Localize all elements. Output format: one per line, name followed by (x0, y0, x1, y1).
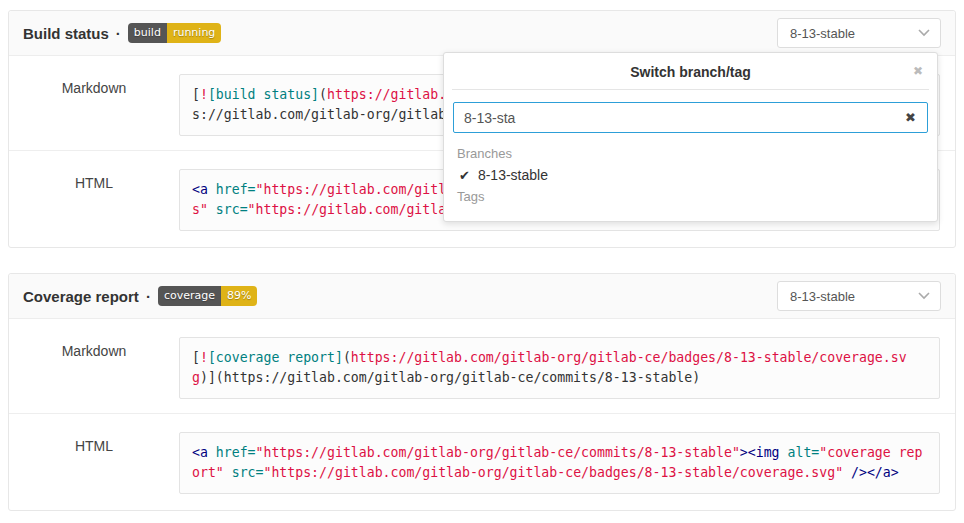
html-row: HTML <a href="https://gitlab.com/gitlab-… (9, 414, 955, 510)
coverage-report-header: Coverage report · coverage 89% 8-13-stab… (9, 274, 955, 319)
check-icon: ✔ (459, 168, 470, 183)
badge-label: build (128, 23, 167, 43)
panel-title: Coverage report (23, 288, 139, 305)
branch-item-8-13-stable[interactable]: ✔ 8-13-stable (444, 164, 937, 186)
branch-selector-label: 8-13-stable (790, 289, 855, 304)
coverage-report-panel: Coverage report · coverage 89% 8-13-stab… (8, 273, 956, 511)
row-label: HTML (9, 414, 179, 510)
markdown-code-block: [![coverage report](https://gitlab.com/g… (179, 337, 940, 399)
chevron-down-icon (918, 292, 930, 300)
badge-label: coverage (158, 286, 221, 306)
branches-section-header: Branches (444, 143, 937, 164)
row-label: Markdown (9, 319, 179, 413)
branch-selector-button[interactable]: 8-13-stable (777, 281, 941, 311)
clear-search-icon[interactable]: ✖ (905, 110, 916, 125)
close-icon[interactable]: ✖ (913, 64, 923, 78)
build-status-header: Build status · build running 8-13-stable (9, 11, 955, 56)
branch-item-label: 8-13-stable (478, 167, 548, 183)
coverage-report-title-group: Coverage report · coverage 89% (23, 286, 257, 306)
branch-search-input[interactable] (453, 102, 928, 133)
build-status-title-group: Build status · build running (23, 23, 221, 43)
badge-value: 89% (221, 286, 257, 306)
row-label: HTML (9, 151, 179, 247)
branch-search: ✖ (444, 90, 937, 141)
html-code-block: <a href="https://gitlab.com/gitlab-org/g… (179, 432, 940, 494)
markdown-row: Markdown [![coverage report](https://git… (9, 319, 955, 414)
branch-selector-button[interactable]: 8-13-stable (777, 18, 941, 48)
title-separator: · (116, 25, 121, 42)
build-status-badge: build running (128, 23, 222, 43)
panel-title: Build status (23, 25, 109, 42)
branch-tag-list: Branches ✔ 8-13-stable Tags (444, 141, 937, 221)
coverage-badge: coverage 89% (158, 286, 258, 306)
row-label: Markdown (9, 56, 179, 150)
chevron-down-icon (918, 29, 930, 37)
title-separator: · (146, 288, 151, 305)
project-badges-page: Build status · build running 8-13-stable… (0, 0, 964, 523)
badge-value: running (167, 23, 221, 43)
popup-title: Switch branch/tag (630, 64, 751, 80)
tags-section-header: Tags (444, 186, 937, 207)
popup-header: Switch branch/tag ✖ (452, 53, 929, 90)
switch-branch-popup: Switch branch/tag ✖ ✖ Branches ✔ 8-13-st… (443, 52, 938, 222)
branch-selector-label: 8-13-stable (790, 26, 855, 41)
